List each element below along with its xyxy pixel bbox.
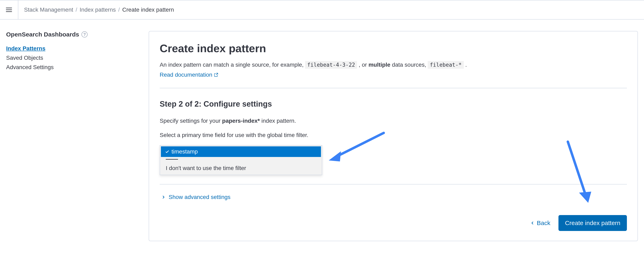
desc-text: , or <box>357 62 368 68</box>
step-title: Step 2 of 2: Configure settings <box>160 100 627 108</box>
desc-bold: multiple <box>368 62 390 68</box>
divider <box>160 88 627 88</box>
read-documentation-link[interactable]: Read documentation <box>160 72 218 78</box>
desc-text: An index pattern can match a single sour… <box>160 62 305 68</box>
dropdown-option-label: timestamp <box>172 148 198 155</box>
help-icon[interactable]: ? <box>82 31 88 38</box>
sidebar-item-index-patterns[interactable]: Index Patterns <box>6 45 149 52</box>
text: index pattern. <box>260 118 296 124</box>
panel-description: An index pattern can match a single sour… <box>160 60 627 70</box>
select-time-text: Select a primary time field for use with… <box>160 131 627 139</box>
chevron-left-icon <box>530 221 535 225</box>
sidebar-item-saved-objects[interactable]: Saved Objects <box>6 55 149 61</box>
pattern-name: papers-index* <box>222 118 260 124</box>
breadcrumb-stack-management[interactable]: Stack Management <box>24 7 73 13</box>
breadcrumb-separator: / <box>76 7 77 13</box>
back-button[interactable]: Back <box>530 219 550 226</box>
page-body: OpenSearch Dashboards ? Index Patterns S… <box>0 20 644 241</box>
time-field-dropdown[interactable]: timestamp I don't want to use the time f… <box>160 145 322 175</box>
main-panel: Create index pattern An index pattern ca… <box>149 31 638 241</box>
breadcrumb: Stack Management / Index patterns / Crea… <box>18 7 174 13</box>
dropdown-option-timestamp[interactable]: timestamp <box>161 146 321 157</box>
create-index-pattern-button[interactable]: Create index pattern <box>558 215 627 231</box>
check-icon <box>165 149 170 154</box>
page-title: Create index pattern <box>160 42 627 55</box>
top-bar: Stack Management / Index patterns / Crea… <box>0 0 644 20</box>
desc-text: . <box>464 62 467 68</box>
chevron-right-icon <box>161 195 166 199</box>
annotation-arrow-dropdown <box>325 131 386 167</box>
code-example-wildcard: filebeat-* <box>428 61 464 69</box>
annotation-arrow-create <box>562 140 596 210</box>
breadcrumb-separator: / <box>118 7 120 13</box>
doc-link-label: Read documentation <box>160 72 212 78</box>
divider <box>160 184 627 184</box>
show-advanced-settings-toggle[interactable]: Show advanced settings <box>161 194 230 200</box>
sidebar-title-row: OpenSearch Dashboards ? <box>6 31 149 38</box>
dropdown-option-no-time-filter[interactable]: I don't want to use the time filter <box>160 162 322 175</box>
desc-text: data sources, <box>390 62 428 68</box>
menu-button[interactable] <box>0 1 18 19</box>
advanced-toggle-label: Show advanced settings <box>169 194 230 200</box>
hamburger-icon <box>5 6 13 14</box>
dropdown-divider <box>160 159 322 160</box>
sidebar-title: OpenSearch Dashboards <box>6 31 79 38</box>
breadcrumb-index-patterns[interactable]: Index patterns <box>80 7 116 13</box>
external-link-icon <box>214 73 218 77</box>
time-field-dropdown-wrap: timestamp I don't want to use the time f… <box>160 145 322 175</box>
sidebar-item-advanced-settings[interactable]: Advanced Settings <box>6 64 149 71</box>
breadcrumb-current: Create index pattern <box>122 7 174 13</box>
footer-buttons: Back Create index pattern <box>160 215 627 231</box>
back-button-label: Back <box>537 219 550 226</box>
text: Specify settings for your <box>160 118 222 124</box>
sidebar: OpenSearch Dashboards ? Index Patterns S… <box>6 31 149 241</box>
specify-settings-text: Specify settings for your papers-index* … <box>160 117 627 125</box>
code-example-single: filebeat-4-3-22 <box>305 61 357 69</box>
